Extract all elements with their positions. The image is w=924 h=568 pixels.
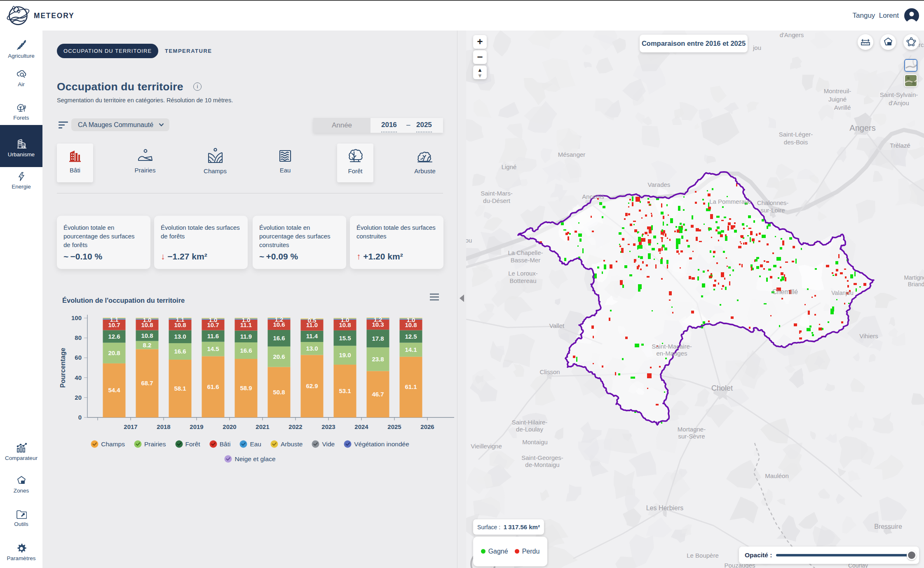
svg-text:Ligné: Ligné [502,163,517,170]
svg-text:40: 40 [75,374,82,381]
svg-text:15.5: 15.5 [339,335,351,342]
svg-text:Juigné: Juigné [828,96,847,103]
svg-text:16.6: 16.6 [174,348,186,355]
svg-text:23.8: 23.8 [372,356,384,363]
svg-text:Saint-Georges-: Saint-Georges- [521,454,563,461]
svg-text:58.1: 58.1 [174,385,186,392]
svg-text:2019: 2019 [190,423,203,430]
svg-text:de-Loulay: de-Loulay [516,426,543,433]
svg-text:53.1: 53.1 [339,387,351,394]
svg-text:0.5: 0.5 [308,317,317,324]
svg-text:Les Herbiers: Les Herbiers [646,504,684,511]
svg-text:2024: 2024 [354,423,368,430]
svg-text:17.8: 17.8 [372,335,384,342]
svg-text:1.0: 1.0 [341,316,349,323]
svg-text:Varades: Varades [648,181,671,188]
svg-text:Saint-Léger-: Saint-Léger- [779,131,813,138]
svg-text:en-Mauges: en-Mauges [656,350,687,357]
svg-text:1.0: 1.0 [407,316,415,323]
svg-text:19.0: 19.0 [339,351,351,358]
svg-text:Avrillé: Avrillé [834,104,851,111]
svg-text:Mauléon: Mauléon [765,472,789,479]
svg-text:2020: 2020 [223,423,236,430]
svg-text:Le Loroux-: Le Loroux- [508,270,538,277]
svg-text:58.9: 58.9 [240,384,252,391]
svg-text:Briand: Briand [908,281,924,288]
svg-text:61.1: 61.1 [405,383,417,390]
svg-text:Trélazé: Trélazé [890,142,910,149]
svg-text:Chemillé: Chemillé [772,288,798,295]
svg-text:Pourcentage: Pourcentage [59,348,66,388]
svg-text:La Chapelle-: La Chapelle- [508,249,543,256]
svg-text:62.9: 62.9 [306,382,318,389]
svg-text:d'Anjou: d'Anjou [889,99,909,106]
svg-text:46.7: 46.7 [372,391,384,398]
svg-text:Chalonnes-: Chalonnes- [757,199,789,206]
svg-text:13.0: 13.0 [174,333,186,340]
svg-text:1.1: 1.1 [176,316,185,323]
svg-text:20: 20 [75,394,82,401]
svg-text:12.6: 12.6 [108,333,120,340]
svg-text:14.5: 14.5 [207,345,219,352]
svg-text:Bressuire: Bressuire [874,523,902,530]
svg-text:2025: 2025 [387,423,401,430]
svg-text:80: 80 [75,334,82,341]
svg-text:1.0: 1.0 [143,316,152,323]
svg-text:54.4: 54.4 [108,387,120,394]
svg-text:Vieillevigne: Vieillevigne [471,443,502,450]
svg-text:sur-Loire: sur-Loire [760,207,785,214]
svg-text:2018: 2018 [157,423,170,430]
svg-text:Montaigu: Montaigu [522,438,548,445]
svg-text:Bottereau: Bottereau [509,277,536,284]
svg-text:Ancenis: Ancenis [582,193,604,200]
svg-text:50.8: 50.8 [273,389,285,396]
svg-text:Angers: Angers [849,123,875,132]
svg-text:0: 0 [78,414,82,421]
svg-text:100: 100 [71,314,82,321]
svg-text:16.6: 16.6 [273,335,285,342]
svg-text:Basse-Mer: Basse-Mer [511,257,541,264]
svg-text:1.1: 1.1 [110,316,119,323]
svg-text:sur-Sèvre: sur-Sèvre [678,433,705,440]
svg-text:11.6: 11.6 [207,332,219,339]
svg-text:Le Boupère: Le Boupère [687,552,719,559]
svg-text:ou: ou [466,237,472,244]
svg-text:Vallet: Vallet [549,322,565,329]
svg-text:1.2: 1.2 [275,316,284,323]
svg-text:des-Bois: des-Bois [784,139,808,146]
svg-text:2022: 2022 [288,423,302,430]
svg-text:Martigné-: Martigné- [904,274,924,281]
svg-text:2021: 2021 [256,423,269,430]
svg-text:1.2: 1.2 [374,316,382,323]
svg-text:Valanjou: Valanjou [831,290,853,296]
svg-text:68.7: 68.7 [141,379,153,387]
svg-text:10.8: 10.8 [141,332,153,339]
svg-text:2023: 2023 [321,423,335,430]
svg-text:1.0: 1.0 [209,316,218,323]
svg-text:Saint-Macaire-: Saint-Macaire- [652,343,692,350]
svg-text:14.1: 14.1 [405,346,417,353]
svg-text:60: 60 [75,354,82,361]
svg-text:61.6: 61.6 [207,383,219,390]
svg-text:d'Angers: d'Angers [780,31,804,38]
svg-text:La Pommeraye: La Pommeraye [709,198,751,205]
svg-text:Saint-Hilaire-: Saint-Hilaire- [512,419,548,426]
svg-text:Saint-Mars-: Saint-Mars- [481,190,513,197]
svg-text:de-Montaigu: de-Montaigu [525,461,559,468]
svg-text:Vihiers: Vihiers [859,332,878,339]
svg-text:2026: 2026 [420,423,434,430]
svg-text:16.6: 16.6 [240,347,252,354]
svg-text:jou: jou [753,44,761,51]
svg-text:13.0: 13.0 [306,345,318,352]
svg-text:20.6: 20.6 [273,353,285,360]
svg-text:Montreuil-: Montreuil- [824,87,851,94]
svg-text:Cholet: Cholet [711,384,733,392]
svg-text:11.4: 11.4 [306,332,318,339]
svg-text:20.8: 20.8 [108,349,120,356]
svg-text:du-Désert: du-Désert [483,197,511,204]
svg-text:Clisson: Clisson [539,368,560,375]
svg-text:12.5: 12.5 [405,333,417,340]
svg-text:Mortagne-: Mortagne- [678,426,706,433]
svg-text:Mésanger: Mésanger [558,151,586,158]
svg-text:1.0: 1.0 [242,316,251,323]
